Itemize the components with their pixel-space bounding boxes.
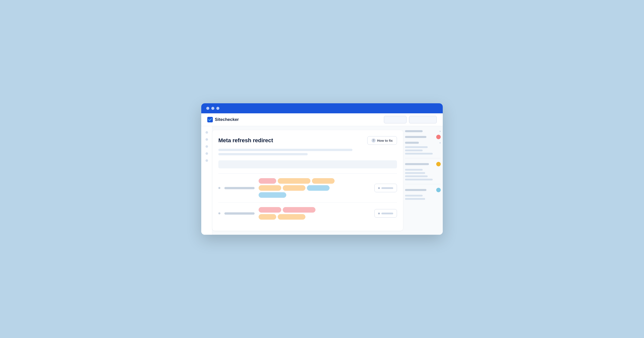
browser-titlebar [201, 103, 443, 113]
panel-header: Meta refresh redirect ? How to fix [218, 136, 397, 145]
right-sub-8 [405, 195, 423, 197]
right-line-5 [405, 189, 426, 191]
right-section-3 [405, 195, 441, 200]
right-badge-red [436, 135, 441, 139]
row-2-label [224, 212, 255, 215]
right-sub-4 [405, 169, 423, 171]
tags-row-1-1 [259, 178, 370, 184]
row-2-tags [259, 207, 370, 220]
tags-row-1-2 [259, 185, 370, 191]
how-to-fix-label: How to fix [377, 139, 393, 142]
how-to-fix-button[interactable]: ? How to fix [367, 136, 397, 145]
svg-rect-0 [207, 117, 213, 122]
right-sub-2 [405, 150, 423, 151]
action-btn-dot [378, 187, 380, 189]
window-dot-3 [216, 107, 219, 110]
right-sidebar [405, 126, 443, 235]
desc-line-2 [218, 153, 308, 155]
tag-pink-xl [283, 207, 315, 213]
tag-orange-sm [259, 214, 276, 220]
window-dot-2 [211, 107, 214, 110]
right-divider-2 [405, 184, 441, 184]
browser-content: Meta refresh redirect ? How to fix [201, 126, 443, 235]
tags-row-2-2 [259, 214, 370, 220]
right-sub-6 [405, 175, 428, 177]
topbar-buttons [384, 116, 437, 123]
panel-title: Meta refresh redirect [218, 137, 273, 144]
row-2-action-btn[interactable] [374, 209, 397, 218]
tag-orange-md-1 [312, 178, 335, 184]
right-item-1 [405, 130, 441, 132]
filter-bar[interactable] [218, 160, 397, 168]
right-line-4 [405, 163, 429, 165]
sitechecker-icon [207, 117, 213, 122]
brand-name: Sitechecker [215, 117, 239, 122]
topbar-button-1[interactable] [384, 116, 407, 123]
nav-item-4[interactable] [206, 152, 208, 155]
nav-item-1[interactable] [206, 131, 208, 134]
left-sidebar [201, 126, 212, 235]
topbar-button-2[interactable] [409, 116, 437, 123]
nav-item-5[interactable] [206, 159, 208, 162]
right-dots-1 [439, 131, 441, 132]
row-1-label [224, 187, 255, 189]
right-item-5 [405, 188, 441, 192]
right-sub-7 [405, 179, 433, 180]
row-2-bullet [218, 212, 220, 214]
right-section-1 [405, 146, 441, 155]
browser-window: Sitechecker Meta refresh redirect ? How … [201, 103, 443, 235]
right-sub-9 [405, 198, 425, 200]
tag-orange-xl [278, 178, 310, 184]
right-line-1 [405, 130, 423, 132]
tag-orange-lg [278, 214, 305, 220]
nav-item-2[interactable] [206, 138, 208, 141]
tag-blue-lg [259, 192, 286, 198]
tag-orange-md-3 [283, 185, 305, 191]
right-item-3 [405, 142, 441, 144]
right-item-4 [405, 162, 441, 166]
tags-row-1-3 [259, 192, 370, 198]
action-btn-line-2 [381, 213, 393, 214]
action-btn-dot-2 [378, 213, 380, 214]
tag-pink-md-1 [259, 207, 281, 213]
row-1-bullet [218, 187, 220, 189]
desc-line-1 [218, 149, 352, 151]
row-1-tags [259, 178, 370, 198]
right-sub-3 [405, 153, 433, 155]
right-line-2 [405, 136, 426, 138]
help-icon: ? [372, 138, 376, 142]
tag-blue-md [307, 185, 330, 191]
table-row-2 [218, 202, 397, 224]
window-dot-1 [206, 107, 209, 110]
right-item-2 [405, 135, 441, 139]
right-sub-5 [405, 172, 425, 174]
content-panel: Meta refresh redirect ? How to fix [212, 130, 403, 231]
tag-pink-sm [259, 178, 276, 184]
action-btn-line [381, 187, 393, 189]
right-badge-yellow [436, 162, 441, 166]
right-badge-blue [436, 188, 441, 192]
brand-logo: Sitechecker [207, 117, 239, 122]
row-1-action-btn[interactable] [374, 184, 397, 192]
right-section-2 [405, 169, 441, 180]
tags-row-2-1 [259, 207, 370, 213]
description-block [218, 149, 397, 155]
browser-topbar: Sitechecker [201, 113, 443, 126]
right-sub-1 [405, 146, 428, 148]
right-line-3 [405, 142, 419, 144]
nav-item-3[interactable] [206, 145, 208, 148]
table-row-1 [218, 173, 397, 202]
right-divider-1 [405, 158, 441, 158]
tag-orange-md-2 [259, 185, 281, 191]
right-dots-3 [439, 142, 441, 143]
